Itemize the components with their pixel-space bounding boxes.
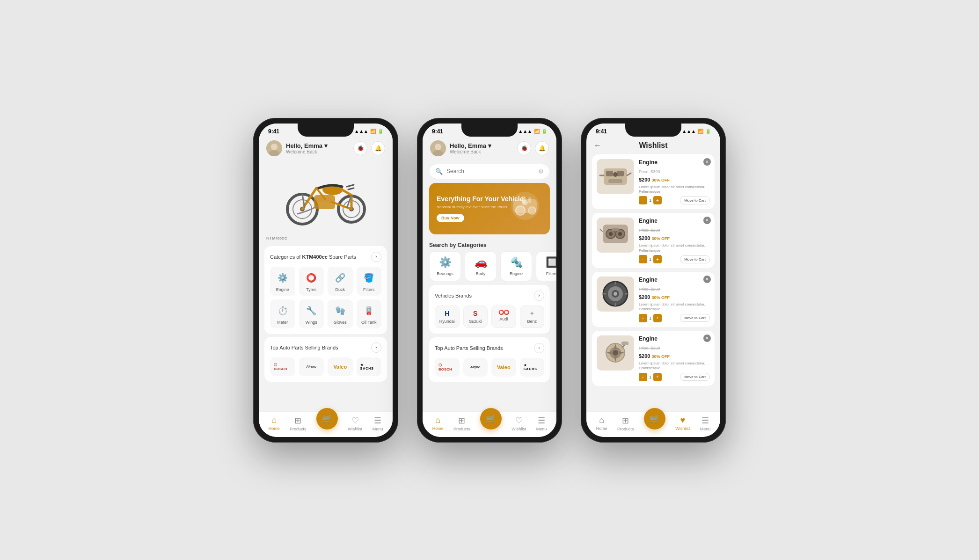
qty-minus-1[interactable]: - <box>639 196 647 204</box>
price-new-2: $200 <box>639 235 652 241</box>
avatar-2 <box>430 140 446 156</box>
filters-icon-2: 🔲 <box>546 256 557 269</box>
vbrand-benz[interactable]: ✦ Benz <box>520 305 545 328</box>
cat-engine-2[interactable]: 🔩 Engine <box>500 251 532 281</box>
brand-sachs-2[interactable]: ★ SACHS <box>520 358 545 377</box>
back-button[interactable]: ← <box>594 141 601 150</box>
nav-cart-1[interactable]: 🛒 <box>316 417 338 429</box>
vbrand-audi[interactable]: ⭕⭕ Audi <box>491 305 516 328</box>
wishlist-label-2: Wishlist <box>511 427 526 431</box>
nav-home-2[interactable]: ⌂ Home <box>432 415 444 431</box>
desc-1: Lorem ipsum dolor sit amet consectetur. … <box>639 185 710 195</box>
vbrand-hyundai[interactable]: H Hyundai <box>435 305 460 328</box>
qty-plus-2[interactable]: + <box>653 255 662 263</box>
close-btn-1[interactable]: ✕ <box>703 158 711 166</box>
benz-icon: ✦ <box>529 310 535 317</box>
brands-arrow-1[interactable]: › <box>371 342 381 353</box>
vbrand-suzuki[interactable]: S Suzuki <box>463 305 488 328</box>
nav-menu-2[interactable]: ☰ Menu <box>536 415 547 431</box>
nav-home-3[interactable]: ⌂ Home <box>596 415 607 431</box>
close-btn-3[interactable]: ✕ <box>703 276 711 283</box>
brand-valeo-2[interactable]: Valeo <box>491 358 516 377</box>
products-label-3: Products <box>617 427 634 431</box>
card-footer-2: - 1 + Move to Cart <box>639 255 710 263</box>
brand-airpro-2[interactable]: Airpro <box>463 358 488 377</box>
phone2-scroll: Everything For Your Vehicle standard dum… <box>423 183 556 411</box>
buy-now-btn[interactable]: Buy Now <box>437 214 464 222</box>
svg-point-16 <box>435 144 441 150</box>
header-1: Hello, Emma ▾ Welcome Back 🐞 🔔 <box>259 137 393 160</box>
price-old-4: Price: $300 <box>639 346 660 350</box>
avatar-1 <box>266 140 282 156</box>
nav-menu-1[interactable]: ☰ Menu <box>373 415 383 431</box>
nav-home-1[interactable]: ⌂ Home <box>269 415 280 431</box>
cat-oiltank[interactable]: 🪫 Oil Tank <box>357 299 382 328</box>
user-text-2: Hello, Emma ▾ Welcome Back <box>450 142 491 154</box>
nav-wishlist-2[interactable]: ♡ Wishlist <box>511 415 526 431</box>
nav-wishlist-3[interactable]: ♥ Wishlist <box>675 415 690 431</box>
cat-filters-2[interactable]: 🔲 Filters <box>536 251 556 281</box>
brands-arrow-2[interactable]: › <box>534 343 544 353</box>
nav-cart-2[interactable]: 🛒 <box>480 417 502 429</box>
move-to-cart-4[interactable]: Move to Cart <box>680 373 710 381</box>
cat-body[interactable]: 🚗 Body <box>465 251 497 281</box>
signal-icon-2: ▲▲▲ <box>518 129 532 134</box>
brand-bosch-2[interactable]: ⬡ BOSCH <box>435 358 460 377</box>
nav-products-2[interactable]: ⊞ Products <box>453 415 470 431</box>
cat-engine[interactable]: ⚙️ Engine <box>270 267 295 296</box>
bell-icon-btn-2[interactable]: 🔔 <box>535 141 549 155</box>
vehicle-brands-arrow[interactable]: › <box>534 291 544 301</box>
qty-plus-1[interactable]: + <box>653 196 662 204</box>
nav-products-3[interactable]: ⊞ Products <box>617 415 634 431</box>
categories-arrow[interactable]: › <box>371 252 381 262</box>
wishlist-icon-3: ♥ <box>680 415 686 425</box>
qty-plus-4[interactable]: + <box>653 373 662 381</box>
nav-menu-3[interactable]: ☰ Menu <box>700 415 711 431</box>
wishlist-header: ← Wishlist <box>586 137 720 154</box>
home-icon-2: ⌂ <box>435 415 440 425</box>
phone-3: 9:41 ▲▲▲ 📶 🔋 ← Wishlist ✕ <box>581 118 726 443</box>
wishlist-item-3: ✕ <box>592 272 715 327</box>
duck-label: Duck <box>335 287 345 292</box>
cat-filters[interactable]: 🪣 Filters <box>357 267 382 296</box>
brand-bosch-1[interactable]: ⬡ BOSCH <box>270 357 295 376</box>
cart-btn-1[interactable]: 🛒 <box>316 408 338 429</box>
subtitle-2: Welcome Back <box>450 149 491 154</box>
qty-plus-3[interactable]: + <box>653 314 662 322</box>
brand-airpro-1[interactable]: Airpro <box>299 357 324 376</box>
nav-cart-3[interactable]: 🛒 <box>644 417 665 429</box>
brand-valeo-1[interactable]: Valeo <box>328 357 353 376</box>
move-to-cart-3[interactable]: Move to Cart <box>680 314 710 322</box>
cat-tyres[interactable]: ⭕ Tyres <box>299 267 324 296</box>
cat-wings[interactable]: 🔧 Wings <box>299 299 324 328</box>
move-to-cart-2[interactable]: Move to Cart <box>680 255 710 263</box>
search-bar[interactable]: 🔍 ⚙ <box>429 164 550 179</box>
cart-btn-2[interactable]: 🛒 <box>480 408 502 429</box>
qty-minus-4[interactable]: - <box>639 373 647 381</box>
move-to-cart-1[interactable]: Move to Cart <box>680 196 710 204</box>
brands-row-2: ⬡ BOSCH Airpro Valeo ★ SACHS <box>435 358 544 377</box>
svg-point-24 <box>522 200 528 205</box>
cart-btn-3[interactable]: 🛒 <box>644 408 665 429</box>
svg-rect-26 <box>606 171 613 176</box>
nav-wishlist-1[interactable]: ♡ Wishlist <box>348 415 362 431</box>
bug-icon-btn[interactable]: 🐞 <box>353 141 367 155</box>
phone1-scroll: Categories of KTM400cc Spare Parts › ⚙️ … <box>259 243 393 411</box>
close-btn-4[interactable]: ✕ <box>703 335 711 342</box>
cat-duck[interactable]: 🔗 Duck <box>328 267 353 296</box>
filter-icon[interactable]: ⚙ <box>538 168 544 175</box>
nav-products-1[interactable]: ⊞ Products <box>290 415 307 431</box>
bell-icon-btn[interactable]: 🔔 <box>371 141 385 155</box>
cat-bearings[interactable]: ⚙️ Bearings <box>429 251 461 281</box>
qty-minus-3[interactable]: - <box>639 314 647 322</box>
bug-icon-btn-2[interactable]: 🐞 <box>517 141 531 155</box>
cart-icon-2: 🛒 <box>486 414 496 424</box>
brand-sachs-1[interactable]: ★ SACHS <box>357 357 382 376</box>
cat-gloves[interactable]: 🧤 Gloves <box>328 299 353 328</box>
wishlist-item-1: ✕ Engine <box>592 154 715 210</box>
oiltank-icon: 🪫 <box>361 303 376 318</box>
cart-icon-3: 🛒 <box>650 414 660 424</box>
qty-minus-2[interactable]: - <box>639 255 647 263</box>
search-input[interactable] <box>446 168 534 175</box>
cat-meter[interactable]: ⏱️ Meter <box>270 299 295 328</box>
